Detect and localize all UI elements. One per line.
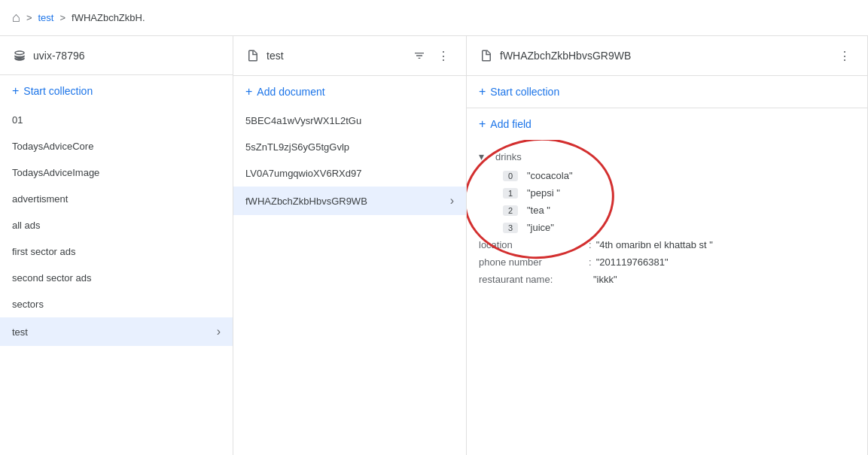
documents-panel-header: test ⋮ <box>233 36 466 76</box>
location-value: "4th omaribn el khattab st " <box>596 239 713 250</box>
location-field-row: location : "4th omaribn el khattab st " <box>479 236 855 253</box>
database-icon <box>12 48 27 63</box>
doc-item-1[interactable]: 5BEC4a1wVysrWX1L2tGu <box>233 108 466 134</box>
documents-list: 5BEC4a1wVysrWX1L2tGu 5sZnTL9zjS6yG5tgGvl… <box>233 108 466 215</box>
filter-button[interactable] <box>409 45 430 66</box>
chevron-right-icon: › <box>450 194 454 208</box>
collections-panel-header: uvix-78796 <box>0 36 233 75</box>
drink-value-3: "juice" <box>527 222 554 233</box>
breadcrumb-bar: ⌂ > test > fWHAZbchZkbH. <box>0 0 868 36</box>
collection-item-sectors[interactable]: sectors <box>0 291 233 317</box>
location-key: location <box>479 239 584 250</box>
start-collection-label: Start collection <box>23 85 93 97</box>
restaurant-value: "ikkk" <box>593 274 617 285</box>
plus-icon: + <box>12 84 19 98</box>
drink-index-1: 1 <box>503 188 518 199</box>
collection-item-todaysadvicecore[interactable]: TodaysAdviceCore <box>0 133 233 159</box>
doc-item-2[interactable]: 5sZnTL9zjS6yG5tgGvlp <box>233 134 466 160</box>
chevron-right-icon: › <box>217 325 221 338</box>
collections-panel-title: uvix-78796 <box>33 50 221 62</box>
drink-item-3: 3 "juice" <box>503 219 855 236</box>
add-field-button[interactable]: + Add field <box>467 108 867 140</box>
add-document-label: Add document <box>257 86 324 98</box>
breadcrumb-sep-2: > <box>59 12 65 23</box>
drink-index-0: 0 <box>503 171 518 181</box>
collection-item-advertisment[interactable]: advertisment <box>0 186 233 212</box>
breadcrumb-current: fWHAZbchZkbH. <box>72 12 145 23</box>
more-options-button[interactable]: ⋮ <box>433 45 454 66</box>
document-detail-icon <box>479 48 494 63</box>
doc-item-selected[interactable]: fWHAZbchZkbHbvsGR9WB › <box>233 187 466 215</box>
document-icon <box>245 48 260 63</box>
collection-item-01[interactable]: 01 <box>0 107 233 133</box>
collection-item-test[interactable]: test › <box>0 317 233 346</box>
array-collapse-toggle[interactable]: ▾ <box>479 150 491 162</box>
drinks-array-header: ▾ drinks <box>479 146 855 167</box>
location-colon: : <box>589 239 592 250</box>
drink-value-2: "tea " <box>527 205 550 216</box>
drink-value-1: "pepsi " <box>527 187 560 199</box>
plus-icon: + <box>479 117 486 131</box>
document-detail-actions: ⋮ <box>834 45 855 66</box>
phone-colon: : <box>589 256 592 268</box>
collections-list: 01 TodaysAdviceCore TodaysAdviceImage ad… <box>0 107 233 346</box>
drinks-items: 0 "cocacola" 1 "pepsi " 2 "tea " 3 <box>503 167 855 236</box>
restaurant-key: restaurant name: <box>479 274 584 285</box>
breadcrumb-link-test[interactable]: test <box>38 12 53 23</box>
drink-item-1: 1 "pepsi " <box>503 184 855 202</box>
collection-item-todaysadviceimage[interactable]: TodaysAdviceImage <box>0 159 233 186</box>
drinks-key: drinks <box>495 151 522 162</box>
phone-field-row: phone number : "201119766381" <box>479 253 855 271</box>
home-icon[interactable]: ⌂ <box>12 10 20 26</box>
detail-start-collection-button[interactable]: + Start collection <box>467 76 867 108</box>
collection-item-firstsectorads[interactable]: first sector ads <box>0 238 233 265</box>
document-detail-title: fWHAZbchZkbHbvsGR9WB <box>500 50 828 62</box>
document-detail-header: fWHAZbchZkbHbvsGR9WB ⋮ <box>467 36 867 76</box>
drinks-field-section: ▾ drinks 0 "cocacola" 1 "pepsi " <box>467 140 867 294</box>
phone-key: phone number <box>479 256 584 268</box>
detail-more-options-button[interactable]: ⋮ <box>834 45 855 66</box>
main-layout: uvix-78796 + Start collection 01 TodaysA… <box>0 36 868 455</box>
documents-panel-title: test <box>266 50 403 62</box>
plus-icon: + <box>479 85 486 99</box>
plus-icon: + <box>245 85 252 99</box>
add-document-button[interactable]: + Add document <box>233 76 466 108</box>
collection-item-secondsectorads[interactable]: second sector ads <box>0 265 233 291</box>
drink-item-0: 0 "cocacola" <box>503 167 855 184</box>
drink-value-0: "cocacola" <box>527 170 573 181</box>
phone-value: "201119766381" <box>596 256 669 268</box>
doc-item-3[interactable]: LV0A7umgqwioXV6RXd97 <box>233 160 466 187</box>
add-field-label: Add field <box>490 118 531 130</box>
document-detail-panel: fWHAZbchZkbHbvsGR9WB ⋮ + Start collectio… <box>467 36 868 455</box>
drink-index-3: 3 <box>503 223 518 233</box>
breadcrumb-sep-1: > <box>26 12 32 23</box>
document-fields: ▾ drinks 0 "cocacola" 1 "pepsi " <box>467 140 867 455</box>
restaurant-field-row: restaurant name: "ikkk" <box>479 271 855 288</box>
detail-start-collection-label: Start collection <box>490 86 559 98</box>
drink-item-2: 2 "tea " <box>503 202 855 219</box>
drinks-array-container: ▾ drinks 0 "cocacola" 1 "pepsi " <box>479 146 855 236</box>
drink-index-2: 2 <box>503 205 518 216</box>
collections-panel: uvix-78796 + Start collection 01 TodaysA… <box>0 36 233 455</box>
start-collection-button[interactable]: + Start collection <box>0 75 233 107</box>
documents-panel: test ⋮ + Add document 5BEC4a1wVysrWX1L2t… <box>233 36 467 455</box>
documents-panel-actions: ⋮ <box>409 45 454 66</box>
collection-item-allads[interactable]: all ads <box>0 212 233 238</box>
